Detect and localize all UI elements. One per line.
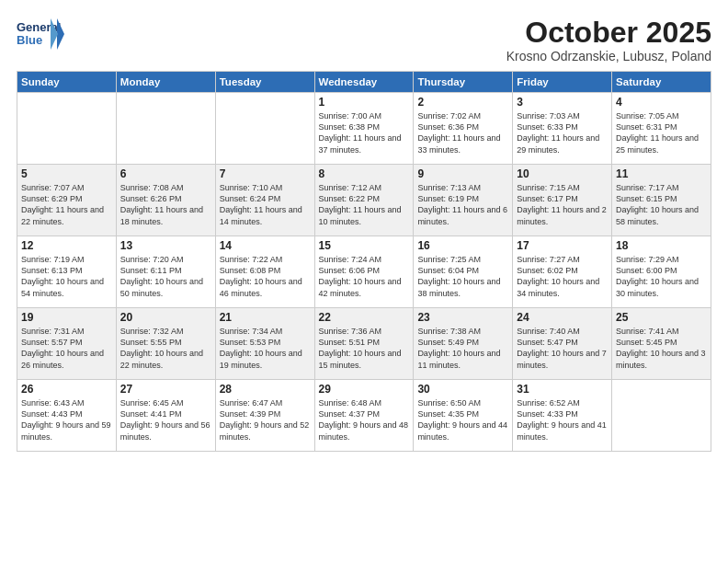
- day-number: 30: [417, 383, 508, 396]
- day-number: 17: [517, 239, 608, 252]
- day-number: 9: [417, 167, 508, 180]
- day-number: 20: [120, 311, 211, 324]
- table-row: 30Sunrise: 6:50 AM Sunset: 4:35 PM Dayli…: [414, 380, 513, 452]
- day-info: Sunrise: 7:36 AM Sunset: 5:51 PM Dayligh…: [319, 326, 410, 371]
- table-row: 22Sunrise: 7:36 AM Sunset: 5:51 PM Dayli…: [314, 308, 414, 380]
- col-thursday: Thursday: [414, 72, 513, 93]
- table-row: 23Sunrise: 7:38 AM Sunset: 5:49 PM Dayli…: [414, 308, 513, 380]
- day-number: 13: [120, 239, 211, 252]
- day-number: 8: [319, 167, 410, 180]
- table-row: 4Sunrise: 7:05 AM Sunset: 6:31 PM Daylig…: [612, 93, 711, 165]
- table-row: [612, 380, 711, 452]
- calendar-table: Sunday Monday Tuesday Wednesday Thursday…: [17, 71, 711, 452]
- day-number: 1: [319, 96, 410, 109]
- day-info: Sunrise: 7:25 AM Sunset: 6:04 PM Dayligh…: [417, 254, 508, 299]
- day-number: 29: [319, 383, 410, 396]
- table-row: 29Sunrise: 6:48 AM Sunset: 4:37 PM Dayli…: [314, 380, 414, 452]
- table-row: [215, 93, 314, 165]
- day-info: Sunrise: 7:05 AM Sunset: 6:31 PM Dayligh…: [616, 110, 707, 155]
- day-number: 27: [120, 383, 211, 396]
- day-number: 11: [616, 167, 707, 180]
- table-row: 16Sunrise: 7:25 AM Sunset: 6:04 PM Dayli…: [414, 236, 513, 308]
- day-number: 7: [220, 167, 311, 180]
- day-info: Sunrise: 7:12 AM Sunset: 6:22 PM Dayligh…: [319, 182, 410, 227]
- day-info: Sunrise: 7:34 AM Sunset: 5:53 PM Dayligh…: [220, 326, 311, 371]
- col-sunday: Sunday: [17, 72, 117, 93]
- day-number: 6: [120, 167, 211, 180]
- day-info: Sunrise: 6:43 AM Sunset: 4:43 PM Dayligh…: [21, 397, 112, 442]
- day-info: Sunrise: 7:17 AM Sunset: 6:15 PM Dayligh…: [616, 182, 707, 227]
- table-row: 28Sunrise: 6:47 AM Sunset: 4:39 PM Dayli…: [215, 380, 314, 452]
- table-row: 12Sunrise: 7:19 AM Sunset: 6:13 PM Dayli…: [17, 236, 117, 308]
- day-info: Sunrise: 7:15 AM Sunset: 6:17 PM Dayligh…: [517, 182, 608, 227]
- day-info: Sunrise: 7:08 AM Sunset: 6:26 PM Dayligh…: [120, 182, 211, 227]
- svg-text:Blue: Blue: [17, 33, 42, 47]
- logo: GeneralBlue: [17, 17, 64, 52]
- table-row: 3Sunrise: 7:03 AM Sunset: 6:33 PM Daylig…: [513, 93, 612, 165]
- day-info: Sunrise: 7:27 AM Sunset: 6:02 PM Dayligh…: [517, 254, 608, 299]
- day-number: 10: [517, 167, 608, 180]
- table-row: [116, 93, 215, 165]
- day-info: Sunrise: 7:38 AM Sunset: 5:49 PM Dayligh…: [417, 326, 508, 371]
- table-row: 26Sunrise: 6:43 AM Sunset: 4:43 PM Dayli…: [17, 380, 117, 452]
- day-number: 2: [417, 96, 508, 109]
- table-row: 24Sunrise: 7:40 AM Sunset: 5:47 PM Dayli…: [513, 308, 612, 380]
- day-info: Sunrise: 6:47 AM Sunset: 4:39 PM Dayligh…: [220, 397, 311, 442]
- table-row: 17Sunrise: 7:27 AM Sunset: 6:02 PM Dayli…: [513, 236, 612, 308]
- col-friday: Friday: [513, 72, 612, 93]
- calendar-week-row: 1Sunrise: 7:00 AM Sunset: 6:38 PM Daylig…: [17, 93, 711, 165]
- day-info: Sunrise: 7:31 AM Sunset: 5:57 PM Dayligh…: [21, 326, 112, 371]
- calendar-header-row: Sunday Monday Tuesday Wednesday Thursday…: [17, 72, 711, 93]
- table-row: 21Sunrise: 7:34 AM Sunset: 5:53 PM Dayli…: [215, 308, 314, 380]
- day-info: Sunrise: 7:19 AM Sunset: 6:13 PM Dayligh…: [21, 254, 112, 299]
- day-info: Sunrise: 6:52 AM Sunset: 4:33 PM Dayligh…: [517, 397, 608, 442]
- day-info: Sunrise: 7:00 AM Sunset: 6:38 PM Dayligh…: [319, 110, 410, 155]
- table-row: 20Sunrise: 7:32 AM Sunset: 5:55 PM Dayli…: [116, 308, 215, 380]
- day-info: Sunrise: 7:29 AM Sunset: 6:00 PM Dayligh…: [616, 254, 707, 299]
- table-row: 31Sunrise: 6:52 AM Sunset: 4:33 PM Dayli…: [513, 380, 612, 452]
- day-info: Sunrise: 7:02 AM Sunset: 6:36 PM Dayligh…: [417, 110, 508, 155]
- col-monday: Monday: [116, 72, 215, 93]
- table-row: 11Sunrise: 7:17 AM Sunset: 6:15 PM Dayli…: [612, 165, 711, 236]
- day-info: Sunrise: 7:41 AM Sunset: 5:45 PM Dayligh…: [616, 326, 707, 371]
- day-number: 14: [220, 239, 311, 252]
- table-row: 8Sunrise: 7:12 AM Sunset: 6:22 PM Daylig…: [314, 165, 414, 236]
- day-info: Sunrise: 6:45 AM Sunset: 4:41 PM Dayligh…: [120, 397, 211, 442]
- calendar-week-row: 26Sunrise: 6:43 AM Sunset: 4:43 PM Dayli…: [17, 380, 711, 452]
- table-row: 10Sunrise: 7:15 AM Sunset: 6:17 PM Dayli…: [513, 165, 612, 236]
- day-number: 18: [616, 239, 707, 252]
- table-row: 9Sunrise: 7:13 AM Sunset: 6:19 PM Daylig…: [414, 165, 513, 236]
- day-info: Sunrise: 7:40 AM Sunset: 5:47 PM Dayligh…: [517, 326, 608, 371]
- day-info: Sunrise: 7:07 AM Sunset: 6:29 PM Dayligh…: [21, 182, 112, 227]
- table-row: 27Sunrise: 6:45 AM Sunset: 4:41 PM Dayli…: [116, 380, 215, 452]
- header: GeneralBlue October 2025 Krosno Odrzansk…: [17, 17, 711, 63]
- calendar-week-row: 12Sunrise: 7:19 AM Sunset: 6:13 PM Dayli…: [17, 236, 711, 308]
- day-info: Sunrise: 7:10 AM Sunset: 6:24 PM Dayligh…: [220, 182, 311, 227]
- table-row: 5Sunrise: 7:07 AM Sunset: 6:29 PM Daylig…: [17, 165, 117, 236]
- table-row: 18Sunrise: 7:29 AM Sunset: 6:00 PM Dayli…: [612, 236, 711, 308]
- day-number: 4: [616, 96, 707, 109]
- day-info: Sunrise: 7:22 AM Sunset: 6:08 PM Dayligh…: [220, 254, 311, 299]
- calendar-week-row: 5Sunrise: 7:07 AM Sunset: 6:29 PM Daylig…: [17, 165, 711, 236]
- day-number: 31: [517, 383, 608, 396]
- table-row: 1Sunrise: 7:00 AM Sunset: 6:38 PM Daylig…: [314, 93, 414, 165]
- day-number: 28: [220, 383, 311, 396]
- day-info: Sunrise: 7:32 AM Sunset: 5:55 PM Dayligh…: [120, 326, 211, 371]
- day-info: Sunrise: 7:13 AM Sunset: 6:19 PM Dayligh…: [417, 182, 508, 227]
- calendar-week-row: 19Sunrise: 7:31 AM Sunset: 5:57 PM Dayli…: [17, 308, 711, 380]
- day-number: 23: [417, 311, 508, 324]
- day-info: Sunrise: 6:48 AM Sunset: 4:37 PM Dayligh…: [319, 397, 410, 442]
- table-row: 25Sunrise: 7:41 AM Sunset: 5:45 PM Dayli…: [612, 308, 711, 380]
- day-info: Sunrise: 6:50 AM Sunset: 4:35 PM Dayligh…: [417, 397, 508, 442]
- general-blue-logo: GeneralBlue: [17, 17, 64, 52]
- day-info: Sunrise: 7:03 AM Sunset: 6:33 PM Dayligh…: [517, 110, 608, 155]
- table-row: 6Sunrise: 7:08 AM Sunset: 6:26 PM Daylig…: [116, 165, 215, 236]
- day-info: Sunrise: 7:20 AM Sunset: 6:11 PM Dayligh…: [120, 254, 211, 299]
- table-row: [17, 93, 117, 165]
- day-number: 21: [220, 311, 311, 324]
- col-wednesday: Wednesday: [314, 72, 414, 93]
- location: Krosno Odrzanskie, Lubusz, Poland: [506, 49, 711, 63]
- table-row: 7Sunrise: 7:10 AM Sunset: 6:24 PM Daylig…: [215, 165, 314, 236]
- day-number: 19: [21, 311, 112, 324]
- month-title: October 2025: [506, 17, 711, 49]
